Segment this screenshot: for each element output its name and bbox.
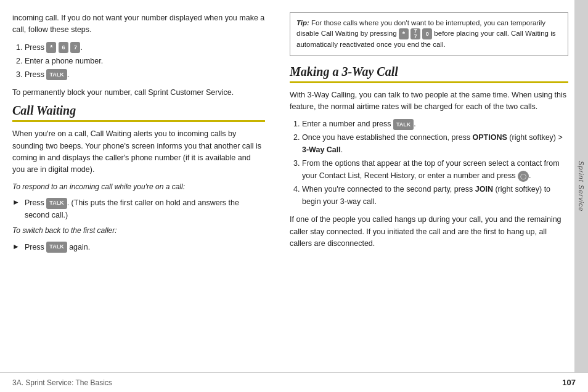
switch-label: To switch back to the first caller: bbox=[12, 225, 265, 237]
bullet-2: ► Press TALK again. bbox=[12, 242, 265, 253]
closing-text: If one of the people you called hangs up… bbox=[290, 214, 568, 250]
three-way-desc: With 3-Way Calling, you can talk to two … bbox=[290, 89, 568, 113]
tw-step-3: From the options that appear at the top … bbox=[302, 157, 568, 182]
tip-label: Tip: bbox=[296, 19, 309, 27]
respond-label: To respond to an incoming call while you… bbox=[12, 181, 265, 193]
step-2: Enter a phone number. bbox=[25, 55, 265, 67]
key-talk-step3: TALK bbox=[46, 69, 67, 80]
left-column: incoming call. If you do not want your n… bbox=[12, 12, 277, 360]
step-1: Press * 6 7. bbox=[25, 41, 265, 54]
footer-page: 107 bbox=[562, 378, 576, 387]
tip-key-star: * bbox=[399, 28, 409, 39]
tw-step-1: Enter a number and press TALK. bbox=[302, 118, 568, 130]
step1-press: Press bbox=[25, 43, 46, 52]
permanent-block: To permanently block your number, call S… bbox=[12, 87, 265, 99]
right-column: Tip: For those calls where you don't wan… bbox=[277, 12, 574, 360]
tip-key-7: 77 bbox=[410, 28, 420, 39]
key-end-circle: ◯ bbox=[518, 171, 529, 182]
three-way-divider bbox=[290, 81, 568, 83]
three-way-steps: Enter a number and press TALK. Once you … bbox=[290, 118, 568, 208]
cw-description: When you're on a call, Call Waiting aler… bbox=[12, 128, 265, 176]
footer: 3A. Sprint Service: The Basics 107 bbox=[0, 372, 588, 392]
three-way-title: Making a 3-Way Call bbox=[290, 65, 568, 79]
steps-list: Press * 6 7. Enter a phone number. Press… bbox=[12, 41, 265, 81]
footer-section: 3A. Sprint Service: The Basics bbox=[12, 378, 112, 387]
three-way-call-bold: 3-Way Call bbox=[302, 145, 341, 154]
call-waiting-title: Call Waiting bbox=[12, 104, 265, 118]
bullet-arrow-1: ► bbox=[12, 198, 20, 206]
key-talk-bullet1: TALK bbox=[46, 198, 67, 209]
sidebar-label: Sprint Service bbox=[578, 161, 585, 211]
key-talk-bullet2: TALK bbox=[46, 242, 67, 253]
join-text: JOIN bbox=[475, 185, 493, 194]
key-star: * bbox=[46, 42, 56, 53]
sidebar-tab: Sprint Service bbox=[574, 0, 588, 372]
call-waiting-divider bbox=[12, 120, 265, 122]
step-3: Press TALK. bbox=[25, 68, 265, 81]
bullet-1: ► Press TALK. (This puts the first calle… bbox=[12, 197, 265, 221]
bullet-2-text: Press TALK again. bbox=[25, 242, 90, 253]
bullet-1-text: Press TALK. (This puts the first caller … bbox=[25, 197, 265, 221]
tw-step-2: Once you have established the connection… bbox=[302, 131, 568, 156]
tip-key-0: 0 bbox=[422, 28, 432, 39]
tip-box: Tip: For those calls where you don't wan… bbox=[290, 12, 568, 56]
intro-text: incoming call. If you do not want your n… bbox=[12, 12, 265, 36]
key-6: 6 bbox=[59, 42, 68, 53]
bullet-arrow-2: ► bbox=[12, 242, 20, 251]
options-text: OPTIONS bbox=[473, 133, 507, 142]
key-talk-tw1: TALK bbox=[393, 119, 414, 130]
tw-step-4: When you're connected to the second part… bbox=[302, 183, 568, 208]
key-7: 7 bbox=[70, 42, 80, 53]
